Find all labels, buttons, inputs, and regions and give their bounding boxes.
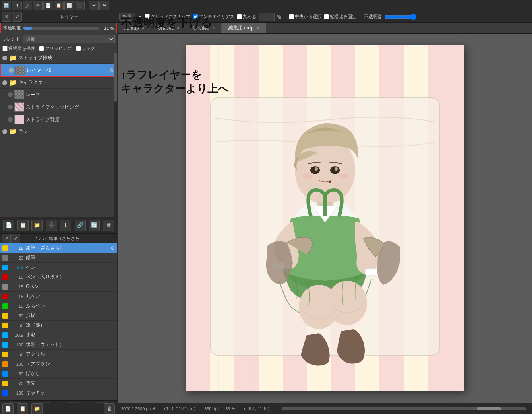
brush-item-2[interactable]: 5.3 ペン	[0, 263, 117, 272]
brush-list[interactable]: 16 鉛筆（ざらざら） ⚙ 20 鉛筆 5.3 ペン 10 ペン（入り抜き）	[0, 243, 117, 400]
center-select-checkbox[interactable]: 中央から選択	[289, 14, 321, 20]
brush-color-3	[2, 274, 8, 280]
tool-icon-pencil[interactable]: ✏	[33, 1, 43, 10]
layer-folder-rough[interactable]: 📁 ラフ	[0, 126, 117, 137]
brush-item-6[interactable]: 10 ふちペン	[0, 301, 117, 311]
layer-ref-btn[interactable]: 🔗	[75, 220, 86, 231]
brush-name-8: 筆（墨）	[26, 322, 115, 329]
tool-icon-pen[interactable]: 🖊	[23, 1, 32, 10]
brush-item-4[interactable]: 15 Gペン	[0, 282, 117, 292]
round-checkbox[interactable]: 丸める	[237, 14, 256, 20]
brush-item-0[interactable]: 16 鉛筆（ざらざら） ⚙	[0, 243, 117, 253]
layer-gear-46[interactable]: ⚙	[109, 67, 114, 74]
layer-item-46[interactable]: レイヤー46 ⚙	[0, 64, 117, 77]
layer-list[interactable]: 📁 ストライプ作成 レイヤー46 ⚙ 📁 キャラクター	[0, 52, 117, 217]
tool-icon-rect2[interactable]: ⬛	[75, 1, 85, 10]
layer-visibility-stripe[interactable]	[2, 56, 7, 60]
round-input[interactable]	[237, 14, 242, 19]
layer-item-stripe-clip[interactable]: ストライプクリッピング	[0, 101, 117, 113]
layer-item-lace[interactable]: レース	[0, 89, 117, 101]
opacity-slider-input[interactable]	[384, 14, 416, 20]
left-bottom-icon1[interactable]: 📄	[2, 403, 14, 414]
tool-icon-rect[interactable]: ⬜	[64, 1, 74, 10]
layer-folder-btn[interactable]: 📁	[31, 220, 43, 231]
brush-item-14[interactable]: 70 指先	[0, 379, 117, 388]
left-bottom-icon2[interactable]: 📋	[17, 403, 28, 414]
brush-gear-0[interactable]: ⚙	[110, 245, 115, 251]
layer-merge-btn[interactable]: ⬇	[60, 220, 71, 231]
brush-item-1[interactable]: 20 鉛筆	[0, 253, 117, 263]
layer-new-btn[interactable]: 📄	[3, 220, 14, 231]
tab-editing-close[interactable]: ✕	[256, 26, 259, 30]
tool-icon-clipboard[interactable]: 📋	[54, 1, 64, 10]
layer-thumb-checker-46	[16, 66, 25, 75]
status-scrollbar[interactable]	[282, 407, 526, 410]
brush-item-9[interactable]: 10.9 水彩	[0, 330, 117, 340]
brush-item-3[interactable]: 10 ペン（入り抜き）	[0, 272, 117, 282]
keep-ratio-checkbox[interactable]: 縦横比を固定	[324, 14, 356, 20]
artwork-svg	[186, 45, 464, 391]
layer-visibility-46[interactable]	[9, 68, 14, 73]
layer-folder-char[interactable]: 📁 キャラクター	[0, 77, 117, 89]
brush-name-2: ペン	[26, 264, 115, 271]
tab-editing[interactable]: 編集用.mdp ✕	[222, 23, 266, 33]
brush-panel-expand[interactable]: ⤢	[10, 234, 20, 243]
round-value-input[interactable]: 60	[259, 13, 275, 21]
opacity-slider-container[interactable]	[23, 27, 99, 30]
layer-del-btn[interactable]: 🗑	[103, 220, 114, 231]
keep-opacity-checkbox[interactable]: 透明度を保護	[2, 45, 35, 51]
blend-row: ブレンド 通常	[0, 33, 117, 45]
layer-folder-stripe[interactable]: 📁 ストライプ作成	[0, 52, 117, 64]
layer-visibility-lace[interactable]	[8, 92, 13, 97]
brush-item-7[interactable]: 50 点描	[0, 311, 117, 321]
lock-checkbox[interactable]: ロック	[76, 45, 95, 51]
brush-size-7: 50	[10, 313, 23, 318]
tool-icon-back[interactable]: 🔙	[2, 1, 11, 10]
layer-visibility-char[interactable]	[2, 80, 7, 85]
brush-item-13[interactable]: 50 ぼかし	[0, 369, 117, 379]
brush-item-10[interactable]: 100 水彩（ウェット）	[0, 340, 117, 350]
tool-close[interactable]: ✕	[2, 12, 11, 22]
layer-panel-scrollbar[interactable]	[114, 52, 117, 217]
layer-visibility-stripe-clip[interactable]	[8, 105, 13, 109]
svg-point-17	[302, 174, 312, 179]
left-bottom-icon3[interactable]: 📁	[31, 403, 43, 414]
tool-expand[interactable]: ⤢	[12, 12, 22, 22]
grid-snap-input[interactable]	[145, 14, 150, 19]
blend-select[interactable]: 通常	[23, 35, 115, 43]
tab-untitled-1-close[interactable]: ✕	[176, 26, 180, 30]
layer-visibility-stripe-bg[interactable]	[8, 117, 13, 122]
brush-item-8[interactable]: 50 筆（墨）	[0, 321, 117, 330]
layer-add-btn[interactable]: ➕	[46, 220, 57, 231]
keep-ratio-input[interactable]	[324, 14, 329, 19]
brush-item-5[interactable]: 15 丸ペン	[0, 292, 117, 301]
status-scrollbar-thumb	[477, 407, 501, 410]
brush-panel-close[interactable]: ✕	[2, 234, 11, 243]
layer-item-stripe-bg[interactable]: ストライプ背景	[0, 113, 117, 126]
left-bottom-icon4[interactable]: 🗑	[104, 403, 115, 414]
tab-untitled-2[interactable]: Untitled ✕	[186, 23, 222, 33]
brush-item-15[interactable]: 100 キラキラ	[0, 388, 117, 398]
center-select-input[interactable]	[289, 14, 294, 19]
canvas-area[interactable]	[118, 34, 532, 403]
layer-dup-btn[interactable]: 🔄	[89, 220, 100, 231]
tab-mdp-close[interactable]: ✕	[141, 26, 145, 30]
tool-icon-redo[interactable]: ↪	[99, 1, 109, 10]
antialias-checkbox[interactable]: アンチエイリアス	[193, 14, 234, 20]
tool-icon-up[interactable]: ⬆	[12, 1, 22, 10]
svg-rect-21	[365, 269, 377, 275]
brush-item-11[interactable]: 50 アクリル	[0, 350, 117, 359]
brush-size-1: 20	[10, 255, 23, 260]
tool-icon-doc[interactable]: 📄	[43, 1, 53, 10]
tab-mdp[interactable]: ....mdp ✕	[118, 23, 151, 33]
antialias-input[interactable]	[193, 14, 198, 19]
tool-icon-undo[interactable]: ↩	[89, 1, 99, 10]
brush-item-12[interactable]: 100 エアブラシ	[0, 359, 117, 369]
grid-snap-checkbox[interactable]: グリッドにスナップ	[145, 14, 190, 20]
layer-visibility-rough[interactable]	[2, 129, 7, 134]
tab-untitled-1[interactable]: Untitled ✕	[151, 23, 187, 33]
clipping-checkbox[interactable]: クリッピング	[39, 45, 72, 51]
checkboxes-row: 透明度を保護 クリッピング ロック	[0, 45, 117, 52]
tab-untitled-2-close[interactable]: ✕	[212, 26, 215, 30]
layer-copy-btn[interactable]: 📋	[17, 220, 29, 231]
